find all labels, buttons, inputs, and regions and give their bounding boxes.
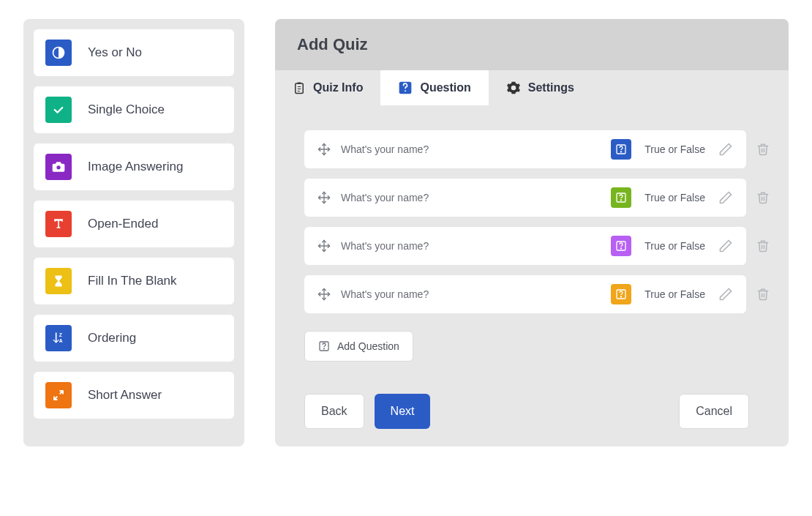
tab-question[interactable]: Question xyxy=(380,70,488,105)
type-card-single-choice[interactable]: Single Choice xyxy=(34,86,234,133)
panel-header: Add Quiz xyxy=(275,19,789,70)
expand-icon xyxy=(45,382,72,408)
svg-point-9 xyxy=(621,152,622,152)
type-card-yes-or-no[interactable]: Yes or No xyxy=(34,29,234,76)
type-card-short-answer[interactable]: Short Answer xyxy=(34,372,234,419)
question-row: What's your name? True or False xyxy=(304,227,771,265)
type-card-fill-in-the-blank[interactable]: Fill In The Blank xyxy=(34,258,234,304)
question-text: What's your name? xyxy=(341,288,429,300)
gear-icon xyxy=(506,81,521,95)
tab-quiz-info[interactable]: Quiz Info xyxy=(275,70,380,105)
svg-point-21 xyxy=(621,296,622,297)
svg-point-23 xyxy=(324,348,325,349)
question-type-badge-icon xyxy=(611,187,631,208)
tabs: Quiz InfoQuestionSettings xyxy=(275,70,789,105)
question-text: What's your name? xyxy=(341,192,429,203)
question-row: What's your name? True or False xyxy=(304,130,771,168)
delete-icon[interactable] xyxy=(755,239,771,253)
svg-text:Z: Z xyxy=(59,332,62,337)
type-label: Single Choice xyxy=(88,102,165,117)
type-label: Open-Ended xyxy=(88,217,158,231)
type-label: Ordering xyxy=(88,331,136,345)
footer-actions: Back Next Cancel xyxy=(304,394,771,429)
question-type-badge-icon xyxy=(611,139,631,160)
text-icon xyxy=(45,211,72,237)
quiz-builder-panel: Add Quiz Quiz InfoQuestionSettings What'… xyxy=(275,19,789,446)
question-icon xyxy=(398,81,413,95)
next-button[interactable]: Next xyxy=(375,394,431,429)
clipboard-icon xyxy=(293,81,306,94)
add-question-label: Add Question xyxy=(337,340,399,352)
edit-icon[interactable] xyxy=(718,190,733,205)
tab-settings[interactable]: Settings xyxy=(489,70,592,105)
drag-handle-icon[interactable] xyxy=(317,239,331,253)
drag-handle-icon[interactable] xyxy=(317,191,331,204)
svg-point-17 xyxy=(621,248,622,249)
add-question-button[interactable]: Add Question xyxy=(304,331,413,362)
svg-point-5 xyxy=(405,90,406,91)
hourglass-icon xyxy=(45,268,72,294)
question-row: What's your name? True or False xyxy=(304,275,771,313)
type-card-ordering[interactable]: ZAOrdering xyxy=(34,315,234,362)
tab-label: Question xyxy=(420,81,470,94)
question-type-badge-icon xyxy=(611,236,631,256)
contrast-icon xyxy=(45,40,72,66)
question-card[interactable]: What's your name? True or False xyxy=(304,275,746,313)
tab-label: Settings xyxy=(528,81,574,94)
edit-icon[interactable] xyxy=(718,239,733,253)
type-label: Short Answer xyxy=(88,388,162,403)
type-label: Fill In The Blank xyxy=(88,274,177,288)
question-icon xyxy=(318,340,330,352)
camera-icon xyxy=(45,154,72,180)
delete-icon[interactable] xyxy=(755,190,771,205)
drag-handle-icon[interactable] xyxy=(317,288,331,301)
cancel-button[interactable]: Cancel xyxy=(679,394,749,429)
panel-title: Add Quiz xyxy=(297,35,767,54)
type-label: Yes or No xyxy=(88,45,142,60)
tab-label: Quiz Info xyxy=(313,81,363,94)
check-icon xyxy=(45,97,72,123)
question-types-panel: Yes or NoSingle ChoiceImage AnsweringOpe… xyxy=(23,19,244,446)
question-row: What's your name? True or False xyxy=(304,179,771,217)
type-card-image-answering[interactable]: Image Answering xyxy=(34,143,234,190)
question-card[interactable]: What's your name? True or False xyxy=(304,227,746,265)
edit-icon[interactable] xyxy=(718,287,733,302)
drag-handle-icon[interactable] xyxy=(317,143,331,156)
question-card[interactable]: What's your name? True or False xyxy=(304,130,746,168)
type-card-open-ended[interactable]: Open-Ended xyxy=(34,201,234,247)
question-type-label: True or False xyxy=(644,143,705,155)
edit-icon[interactable] xyxy=(718,142,733,157)
sortza-icon: ZA xyxy=(45,325,72,351)
question-text: What's your name? xyxy=(341,143,429,155)
question-card[interactable]: What's your name? True or False xyxy=(304,179,746,217)
svg-point-1 xyxy=(56,165,60,169)
svg-point-13 xyxy=(621,200,622,201)
question-text: What's your name? xyxy=(341,240,429,252)
type-label: Image Answering xyxy=(88,160,183,174)
back-button[interactable]: Back xyxy=(304,394,364,429)
question-type-label: True or False xyxy=(644,240,705,252)
question-type-label: True or False xyxy=(644,192,705,203)
question-type-label: True or False xyxy=(644,288,705,300)
question-type-badge-icon xyxy=(611,284,631,304)
delete-icon[interactable] xyxy=(755,287,771,302)
delete-icon[interactable] xyxy=(755,142,771,157)
svg-text:A: A xyxy=(59,338,63,343)
